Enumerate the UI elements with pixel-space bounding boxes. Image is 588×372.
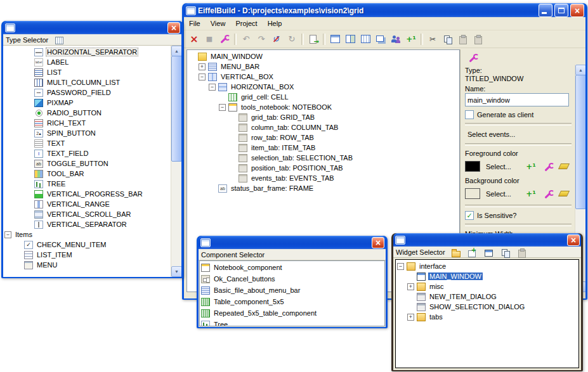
tree-item[interactable]: MENU xyxy=(3,260,171,270)
window-button[interactable] xyxy=(481,245,496,259)
close-button[interactable] xyxy=(570,4,584,17)
folder-button[interactable] xyxy=(448,245,463,259)
wrench-button[interactable] xyxy=(464,50,480,65)
foreground-color-swatch[interactable] xyxy=(465,161,480,172)
scroll-thumb[interactable] xyxy=(575,75,585,209)
tree-item[interactable]: status_bar_frame: FRAME xyxy=(187,183,459,193)
select-foreground-button[interactable]: Select... xyxy=(483,162,514,172)
tree-item[interactable]: TOOL_BAR xyxy=(3,169,171,179)
collapse-icon[interactable]: − xyxy=(219,104,226,111)
tree-item[interactable]: Tree xyxy=(200,319,384,326)
titlebar[interactable] xyxy=(3,21,181,34)
select-events-button[interactable]: Select events... xyxy=(465,129,518,139)
tree-item[interactable]: TOGGLE_BUTTON xyxy=(3,158,171,169)
users-button[interactable] xyxy=(388,32,403,46)
paste2-button[interactable] xyxy=(471,32,486,46)
redo2-button[interactable] xyxy=(284,32,299,46)
expand-icon[interactable]: + xyxy=(407,283,414,290)
tree-item[interactable]: VERTICAL_RANGE xyxy=(3,199,171,209)
close-button[interactable] xyxy=(567,234,580,246)
copy-button[interactable] xyxy=(440,32,455,46)
tree-item[interactable]: MAIN_WINDOW xyxy=(396,271,578,281)
tree-item[interactable]: RICH_TEXT xyxy=(3,118,171,128)
tree-item[interactable]: +misc xyxy=(396,281,578,292)
wrench-button[interactable] xyxy=(540,186,555,201)
tree-item[interactable]: MAIN_WINDOW xyxy=(187,51,459,61)
close-button[interactable] xyxy=(167,22,180,34)
tree-item[interactable]: position_tab: POSITION_TAB xyxy=(187,163,459,173)
add-window-button[interactable] xyxy=(464,245,480,259)
collapse-icon[interactable]: − xyxy=(209,84,216,91)
add-one-button[interactable] xyxy=(403,32,419,46)
tree-item[interactable]: Repeated_5x5_table_component xyxy=(200,307,384,319)
build-button[interactable] xyxy=(217,32,232,46)
close-button[interactable] xyxy=(372,237,384,248)
tree-item[interactable]: selection_tab: SELECTION_TAB xyxy=(187,153,459,163)
grid-button[interactable] xyxy=(51,32,66,47)
tree-item[interactable]: RADIO_BUTTON xyxy=(3,108,171,118)
generate-as-client-checkbox[interactable] xyxy=(465,110,474,119)
background-color-swatch[interactable] xyxy=(465,188,480,199)
collapse-icon[interactable]: − xyxy=(397,263,404,270)
tree-item[interactable]: −tools_notebook: NOTEBOOK xyxy=(187,102,459,112)
is-sensitive-checkbox[interactable] xyxy=(465,211,474,220)
menu-item-project[interactable]: Project xyxy=(230,18,262,29)
tree-item[interactable]: NEW_ITEM_DIALOG xyxy=(396,292,578,302)
tree-item[interactable]: −VERTICAL_BOX xyxy=(187,72,459,82)
copy-button[interactable] xyxy=(497,245,513,259)
scroll-thumb[interactable] xyxy=(171,56,181,162)
menu-item-help[interactable]: Help xyxy=(263,18,287,29)
undo-button[interactable] xyxy=(238,32,254,46)
tree-item[interactable]: SPIN_BUTTON xyxy=(3,128,171,138)
add-one-button[interactable] xyxy=(523,159,539,174)
reset-button[interactable] xyxy=(269,32,284,46)
tree-item[interactable]: events_tab: EVENTS_TAB xyxy=(187,173,459,183)
tree-item[interactable]: CHECK_MENU_ITEM xyxy=(3,240,171,250)
view-stack-button[interactable] xyxy=(373,32,388,46)
tree-item[interactable]: SHOW_SELECTION_DIALOG xyxy=(396,302,578,312)
tree-item[interactable]: Ok_Cancel_buttons xyxy=(200,273,384,285)
name-input[interactable] xyxy=(465,93,569,106)
wrench-button[interactable] xyxy=(540,159,555,174)
cut-button[interactable] xyxy=(425,32,440,46)
tree-item[interactable]: Notebook_component xyxy=(200,262,384,273)
tree-item[interactable]: −interface xyxy=(396,261,578,271)
view-table-button[interactable] xyxy=(358,32,373,46)
tree-item[interactable]: row_tab: ROW_TAB xyxy=(187,132,459,143)
tree-item[interactable]: −HORIZONTAL_BOX xyxy=(187,82,459,92)
tree-item[interactable]: TEXT xyxy=(3,138,171,148)
tree-item[interactable]: VERTICAL_SCROLL_BAR xyxy=(3,209,171,219)
tree-item[interactable]: grid_cell: CELL xyxy=(187,92,459,102)
tree-item[interactable]: LIST_ITEM xyxy=(3,250,171,260)
eraser-button[interactable] xyxy=(556,186,572,201)
select-background-button[interactable]: Select... xyxy=(483,189,514,199)
paste-button[interactable] xyxy=(455,32,471,46)
tree-item[interactable]: LIST xyxy=(3,67,171,77)
tree-item[interactable]: VERTICAL_SEPARATOR xyxy=(3,219,171,229)
tree-item[interactable]: grid_tab: GRID_TAB xyxy=(187,112,459,122)
tree-item[interactable]: VERTICAL_PROGRESS_BAR xyxy=(3,189,171,199)
expand-icon[interactable]: + xyxy=(199,63,206,70)
tree-item[interactable]: MULTI_COLUMN_LIST xyxy=(3,77,171,87)
titlebar[interactable]: EiffelBuild - D:\projects\examples\visio… xyxy=(184,3,585,17)
tree-item[interactable]: TEXT_FIELD xyxy=(3,148,171,158)
maximize-button[interactable] xyxy=(554,4,568,17)
scroll-down-icon[interactable]: ▼ xyxy=(171,266,181,277)
type-list-scrollbar[interactable]: ▲ ▼ xyxy=(171,46,181,277)
view-grid-button[interactable] xyxy=(327,32,343,46)
stop-button[interactable] xyxy=(202,32,217,46)
tree-item[interactable]: column_tab: COLUMN_TAB xyxy=(187,122,459,132)
minimize-button[interactable] xyxy=(539,4,552,17)
tree-item[interactable]: LABEL xyxy=(3,57,171,67)
scroll-up-icon[interactable]: ▲ xyxy=(575,65,585,75)
add-one-button[interactable] xyxy=(523,186,539,201)
tree-item[interactable]: +tabs xyxy=(396,312,578,322)
scroll-up-icon[interactable]: ▲ xyxy=(171,46,181,56)
tree-item[interactable]: HORIZONTAL_SEPARATOR xyxy=(3,47,171,57)
export-button[interactable] xyxy=(306,32,321,46)
collapse-icon[interactable]: − xyxy=(199,74,206,80)
tree-item[interactable]: Table_component_5x5 xyxy=(200,296,384,307)
tree-item[interactable]: item_tab: ITEM_TAB xyxy=(187,143,459,153)
tree-item[interactable]: PIXMAP xyxy=(3,98,171,108)
menu-item-file[interactable]: File xyxy=(184,18,206,29)
